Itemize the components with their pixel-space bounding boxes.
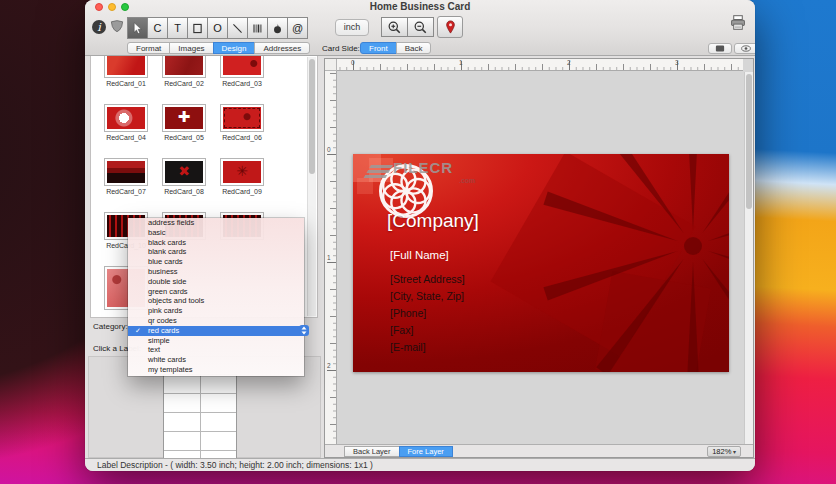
text-tool-glyph: T xyxy=(174,23,181,34)
card-company-field[interactable]: [Company] xyxy=(387,210,479,232)
barcode-tool[interactable] xyxy=(247,17,268,39)
menu-item-qr-codes[interactable]: qr codes xyxy=(128,316,304,326)
card-street-field[interactable]: [Street Address] xyxy=(390,271,465,288)
menu-item-label: basic xyxy=(148,228,166,237)
menu-item-label: text xyxy=(148,345,160,354)
barcode-icon xyxy=(251,22,264,35)
template-label: RedCard_09 xyxy=(213,188,271,195)
template-scrollbar[interactable] xyxy=(307,57,316,316)
panel-toggle-button[interactable] xyxy=(708,43,732,54)
template-cell: RedCard_03 xyxy=(213,56,271,87)
printer-icon[interactable] xyxy=(729,13,747,33)
at-sign-tool[interactable]: @ xyxy=(287,17,308,39)
template-thumb-redcard-08[interactable] xyxy=(162,158,206,186)
scrollbar-thumb[interactable] xyxy=(309,59,315,174)
business-card[interactable]: FILECR .com [Company] [Full Name] [Stree… xyxy=(353,154,729,372)
template-label: RedCard_07 xyxy=(97,188,155,195)
select-tool[interactable] xyxy=(127,17,148,39)
template-cell: RedCard_06 xyxy=(213,104,271,141)
preview-eye-button[interactable] xyxy=(734,43,755,54)
template-cell: RedCard_04 xyxy=(97,104,155,141)
menu-item-objects-and-tools[interactable]: objects and tools xyxy=(128,296,304,306)
ink-tool[interactable] xyxy=(267,17,288,39)
menu-item-double-side[interactable]: double side xyxy=(128,277,304,287)
map-pin-button[interactable] xyxy=(437,16,463,38)
oval-tool[interactable]: O xyxy=(207,17,228,39)
tab-addresses[interactable]: Addresses xyxy=(254,42,310,54)
canvas-scrollbar[interactable] xyxy=(744,72,753,444)
template-label: RedCard_01 xyxy=(97,80,155,87)
card-fax-field[interactable]: [Fax] xyxy=(390,322,465,339)
template-thumb-redcard-04[interactable] xyxy=(104,104,148,132)
canvas-zoom-control[interactable]: 182% xyxy=(707,446,741,457)
ruler-number: 0 xyxy=(351,59,355,66)
card-side-back[interactable]: Back xyxy=(396,42,432,54)
label-sheet-preview[interactable] xyxy=(163,374,237,459)
card-side-segment: FrontBack xyxy=(361,42,431,54)
window-title: Home Business Card xyxy=(85,1,755,12)
curve-tool[interactable]: C xyxy=(147,17,168,39)
menu-item-label: pink cards xyxy=(148,306,182,315)
menu-item-black-cards[interactable]: black cards xyxy=(128,238,304,248)
tab-images[interactable]: Images xyxy=(169,42,213,54)
tab-format[interactable]: Format xyxy=(127,42,170,54)
ink-drop-icon xyxy=(271,22,284,35)
menu-item-text[interactable]: text xyxy=(128,345,304,355)
menu-item-label: address fields xyxy=(148,218,194,227)
ruler-number: 3 xyxy=(675,59,679,66)
menu-item-white-cards[interactable]: white cards xyxy=(128,355,304,365)
tab-design[interactable]: Design xyxy=(213,42,256,54)
menu-item-label: business xyxy=(148,267,178,276)
menu-item-basic[interactable]: basic xyxy=(128,228,304,238)
card-side-front[interactable]: Front xyxy=(360,42,397,54)
fore-layer-button[interactable]: Fore Layer xyxy=(399,446,453,457)
card-email-field[interactable]: [E-mail] xyxy=(390,339,465,356)
menu-item-label: red cards xyxy=(148,326,179,335)
menu-item-pink-cards[interactable]: pink cards xyxy=(128,306,304,316)
template-cell: RedCard_08 xyxy=(155,158,213,195)
line-tool[interactable] xyxy=(227,17,248,39)
card-fullname-field[interactable]: [Full Name] xyxy=(390,249,449,261)
menu-item-green-cards[interactable]: green cards xyxy=(128,287,304,297)
category-label: Category: xyxy=(93,322,128,331)
v-ruler: 012 xyxy=(325,71,337,444)
tab-bar: FormatImagesDesignAddresses xyxy=(128,42,310,54)
template-thumb-redcard-02[interactable] xyxy=(162,56,206,78)
template-cell: RedCard_09 xyxy=(213,158,271,195)
text-tool[interactable]: T xyxy=(167,17,188,39)
watermark-text: FILECR xyxy=(393,159,453,176)
at-sign-tool-glyph: @ xyxy=(292,23,303,34)
menu-item-label: simple xyxy=(148,336,170,345)
template-thumb-redcard-05[interactable] xyxy=(162,104,206,132)
rectangle-tool[interactable] xyxy=(187,17,208,39)
template-thumb-redcard-06[interactable] xyxy=(220,104,264,132)
menu-item-blank-cards[interactable]: blank cards xyxy=(128,247,304,257)
template-thumb-redcard-07[interactable] xyxy=(104,158,148,186)
menu-item-simple[interactable]: simple xyxy=(128,336,304,346)
template-thumb-redcard-01[interactable] xyxy=(104,56,148,78)
back-layer-button[interactable]: Back Layer xyxy=(344,446,400,457)
template-thumb-redcard-03[interactable] xyxy=(220,56,264,78)
cursor-arrow-icon xyxy=(131,22,144,35)
desktop-wallpaper: Home Business Card i CTO@ inch FormatIma… xyxy=(0,0,836,484)
template-cell: RedCard_07 xyxy=(97,158,155,195)
zoom-out-button[interactable] xyxy=(407,17,434,37)
menu-item-label: qr codes xyxy=(148,316,177,325)
ruler-corner xyxy=(325,59,337,71)
canvas-scrollbar-thumb[interactable] xyxy=(746,74,752,209)
zoom-in-button[interactable] xyxy=(381,17,408,37)
card-city-field[interactable]: [City, State, Zip] xyxy=(390,288,465,305)
menu-item-my-templates[interactable]: my templates xyxy=(128,365,304,375)
info-icon[interactable]: i xyxy=(91,19,107,35)
menu-item-address-fields[interactable]: address fields xyxy=(128,218,304,228)
rectangle-icon xyxy=(191,22,204,35)
template-label: RedCard_05 xyxy=(155,134,213,141)
category-dropdown: address fieldsbasicblack cardsblank card… xyxy=(128,218,304,376)
menu-item-red-cards[interactable]: ✓red cards xyxy=(128,326,304,336)
card-phone-field[interactable]: [Phone] xyxy=(390,305,465,322)
unit-button[interactable]: inch xyxy=(335,19,369,36)
template-thumb-redcard-09[interactable] xyxy=(220,158,264,186)
menu-item-label: blue cards xyxy=(148,257,183,266)
menu-item-business[interactable]: business xyxy=(128,267,304,277)
menu-item-blue-cards[interactable]: blue cards xyxy=(128,257,304,267)
